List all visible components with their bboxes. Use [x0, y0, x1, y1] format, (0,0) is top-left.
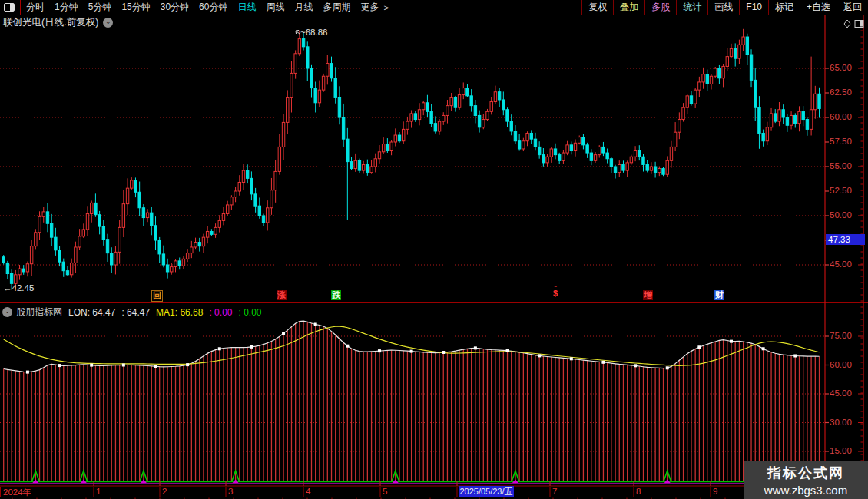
x-axis-label: 3	[228, 487, 233, 496]
x-axis-label: 4	[306, 487, 310, 496]
page-title: 联创光电(日线.前复权)	[3, 16, 98, 29]
period-tab-9[interactable]: 月线	[294, 1, 313, 14]
timeline-marker-1[interactable]: 回	[151, 290, 163, 302]
toolbar-button-2[interactable]: 叠加	[613, 0, 644, 15]
watermark: 指标公式网 www.zbgs3.com	[744, 461, 868, 499]
sub-y-axis-label: 60.00	[830, 360, 865, 369]
period-tab-6[interactable]: 60分钟	[199, 1, 227, 14]
period-tab-2[interactable]: 1分钟	[55, 1, 78, 14]
selected-date-badge: 2025/05/23/五	[459, 486, 514, 497]
timeline-marker-5[interactable]: 增	[643, 290, 653, 300]
x-axis-label: 8	[636, 487, 641, 496]
top-toolbar: 分时1分钟5分钟15分钟30分钟60分钟日线周线月线多周期更多> 复权叠加多股统…	[0, 0, 868, 15]
period-tab-11[interactable]: 更多	[360, 1, 379, 14]
period-tab-7[interactable]: 日线	[237, 1, 256, 14]
period-tab-10[interactable]: 多周期	[323, 1, 350, 14]
toolbar-right-buttons: 复权叠加多股统计画线F10标记+自选返回	[581, 0, 868, 15]
watermark-title: 指标公式网	[744, 464, 868, 482]
period-tab-8[interactable]: 周线	[266, 1, 284, 14]
chevron-down-icon[interactable]: ⌄	[2, 307, 12, 317]
toolbar-button-3[interactable]: 多股	[644, 0, 676, 15]
toolbar-button-8[interactable]: +自选	[800, 0, 837, 15]
diamond-icon[interactable]	[844, 20, 850, 28]
toolbar-button-6[interactable]: F10	[739, 0, 768, 15]
decor-layer	[296, 20, 863, 35]
indicator-header-part-6: : 0.00	[238, 307, 261, 318]
stock-trading-app: 分时1分钟5分钟15分钟30分钟60分钟日线周线月线多周期更多> 复权叠加多股统…	[0, 0, 868, 499]
timeline-marker-4[interactable]: $	[552, 287, 558, 300]
indicator-header-part-5: : 0.00	[209, 307, 232, 318]
low-price-label: ←42.45	[3, 283, 34, 292]
main-y-axis-label: 65.00	[830, 63, 865, 72]
x-axis-label: 1	[96, 487, 101, 496]
watermark-url: www.zbgs3.com	[744, 484, 868, 497]
x-axis-label: 5	[383, 487, 387, 496]
indicator-header-part-3: : 64.47	[121, 307, 150, 318]
period-tab-3[interactable]: 5分钟	[88, 1, 112, 14]
title-row: 联创光电(日线.前复权) ⌄	[3, 16, 113, 29]
sub-y-axis-label: 30.00	[830, 418, 865, 427]
period-tab-4[interactable]: 15分钟	[121, 1, 150, 14]
x-axis-label: 7	[552, 487, 557, 496]
timeline-marker-3[interactable]: 跌	[331, 290, 341, 300]
axis-layer	[0, 15, 868, 499]
x-axis-label: 9	[713, 487, 717, 496]
main-y-axis-label: 60.00	[830, 112, 865, 121]
period-tabs: 分时1分钟5分钟15分钟30分钟60分钟日线周线月线多周期更多>	[26, 1, 389, 14]
main-y-axis-label: 62.50	[830, 88, 865, 97]
grid-layer	[0, 68, 828, 451]
more-chevron-icon: >	[383, 3, 388, 12]
x-axis-label: 2024年	[3, 487, 31, 498]
indicator-header-part-1: 股朋指标网	[16, 306, 62, 319]
timeline-marker-2[interactable]: 涨	[277, 290, 287, 300]
indicator-bars-layer	[4, 321, 820, 481]
sub-y-axis-label: 75.00	[830, 331, 865, 340]
toolbar-button-1[interactable]: 复权	[581, 0, 613, 15]
main-y-axis-label: 55.00	[830, 161, 865, 170]
toolbar-button-4[interactable]: 统计	[676, 0, 707, 15]
chart-canvas[interactable]	[0, 0, 868, 499]
sub-y-axis-label: 45.00	[830, 388, 865, 398]
toolbar-button-7[interactable]: 标记	[768, 0, 800, 15]
period-tab-1[interactable]: 分时	[26, 1, 45, 14]
main-y-axis-label: 57.50	[830, 137, 865, 146]
x-axis-label: 2	[162, 487, 167, 496]
toolbar-button-9[interactable]: 返回	[837, 0, 868, 15]
window-layout-icon[interactable]	[855, 21, 863, 28]
indicator-header: ⌄ 股朋指标网LON: 64.47: 64.47MA1: 66.68: 0.00…	[2, 306, 268, 319]
indicator-header-part-4: MA1: 66.68	[156, 307, 203, 318]
timeline-marker-6[interactable]: 财	[714, 290, 724, 300]
period-tab-5[interactable]: 30分钟	[161, 1, 189, 14]
chevron-down-icon[interactable]: ⌄	[103, 18, 113, 28]
highlighted-price-badge: 47.33	[826, 234, 865, 245]
main-y-axis-label: 50.00	[830, 210, 865, 220]
toolbar-separator	[20, 0, 21, 15]
toolbar-button-5[interactable]: 画线	[707, 0, 739, 15]
main-y-axis-label: 45.00	[830, 259, 865, 269]
indicator-header-part-2: LON: 64.47	[68, 307, 115, 318]
panel-toggle-icon[interactable]	[4, 3, 15, 12]
high-price-label: ~68.86	[300, 28, 328, 37]
sub-y-axis-label: 15.00	[830, 446, 865, 455]
main-y-axis-label: 52.50	[830, 186, 865, 195]
